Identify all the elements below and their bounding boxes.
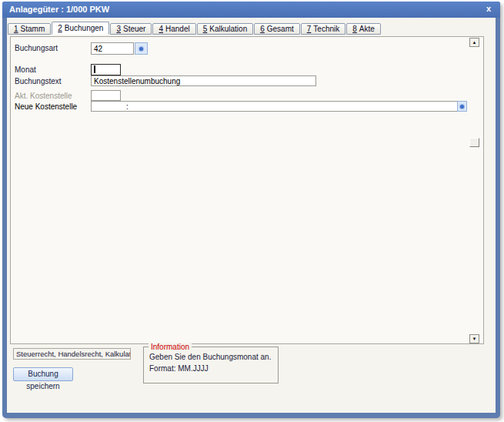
information-line2: Format: MM.JJJJ: [149, 364, 209, 373]
save-booking-button[interactable]: Buchung speichern: [13, 367, 73, 381]
window-content: 1Stamm 2Buchungen 3Steuer 4Handel 5Kalku…: [7, 18, 496, 413]
status-box: Steuerrecht, Handelsrecht, Kalkulation: [13, 348, 131, 360]
monat-field-wrap: [91, 64, 121, 75]
buchungen-form-panel: Buchungsart 42 Monat Buchungstext Akt. K…: [10, 36, 484, 344]
text-caret: [94, 65, 95, 73]
tab-technik[interactable]: 7Technik: [301, 23, 345, 35]
neue-kostenstelle-label: Neue Kostenstelle: [15, 102, 77, 111]
scrollbar-thumb[interactable]: [469, 138, 479, 147]
window-title: Anlagegüter : 1/000 PKW: [9, 5, 109, 14]
title-bar: Anlagegüter : 1/000 PKW x: [2, 2, 500, 18]
neue-kostenstelle-dropdown-button[interactable]: [457, 101, 467, 112]
information-line1: Geben Sie den Buchungsmonat an.: [149, 353, 271, 361]
tab-buchungen[interactable]: 2Buchungen: [52, 22, 109, 35]
app-window: Anlagegüter : 1/000 PKW x 1Stamm 2Buchun…: [2, 2, 500, 418]
neue-kostenstelle-value: :: [94, 102, 129, 111]
buchungsart-dropdown-button[interactable]: [135, 42, 148, 55]
tab-akte[interactable]: 8Akte: [346, 23, 381, 35]
tab-handel[interactable]: 4Handel: [152, 23, 195, 35]
tab-strip: 1Stamm 2Buchungen 3Steuer 4Handel 5Kalku…: [8, 22, 494, 35]
information-groupbox: Information Geben Sie den Buchungsmonat …: [143, 347, 279, 383]
dropdown-arrow-icon: [460, 105, 464, 109]
buchungsart-label: Buchungsart: [15, 44, 58, 52]
vertical-scrollbar[interactable]: ▲ ▼: [469, 38, 480, 343]
buchungsart-combobox[interactable]: 42: [91, 42, 134, 55]
buchungstext-input[interactable]: [91, 75, 316, 86]
tab-stamm[interactable]: 1Stamm: [8, 23, 51, 35]
scroll-up-icon[interactable]: ▲: [469, 38, 479, 47]
akt-kostenstelle-label: Akt. Kostenstelle: [15, 92, 72, 100]
tab-kalkulation[interactable]: 5Kalkulation: [197, 23, 253, 35]
tab-steuer[interactable]: 3Steuer: [110, 23, 152, 35]
buchungsart-value: 42: [94, 45, 102, 53]
neue-kostenstelle-combobox[interactable]: :: [91, 101, 467, 112]
close-icon[interactable]: x: [483, 2, 494, 17]
dropdown-arrow-icon: [139, 47, 143, 51]
information-title: Information: [149, 343, 192, 351]
akt-kostenstelle-input[interactable]: [91, 90, 121, 101]
scroll-down-icon[interactable]: ▼: [469, 334, 479, 343]
tab-gesamt[interactable]: 6Gesamt: [254, 23, 300, 35]
buchungstext-label: Buchungstext: [15, 77, 62, 85]
monat-label: Monat: [15, 65, 36, 74]
